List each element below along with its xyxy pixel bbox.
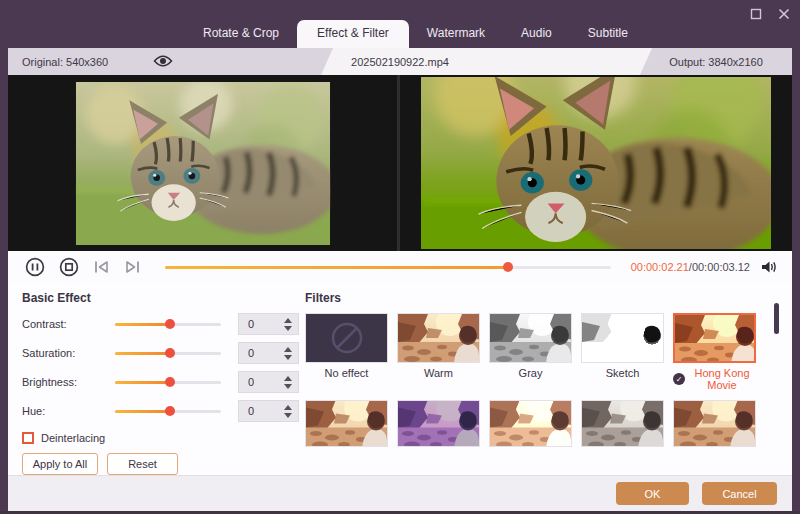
saturation-value: 0 <box>248 347 254 359</box>
stop-icon[interactable] <box>59 257 79 277</box>
contrast-increment-icon[interactable] <box>284 318 292 323</box>
seek-handle[interactable] <box>503 262 513 272</box>
eye-icon[interactable] <box>153 54 173 72</box>
tab-bar: Rotate & Crop Effect & Filter Watermark … <box>185 21 646 48</box>
seek-bar[interactable] <box>165 262 611 272</box>
basic-effect-panel: Basic Effect Contrast: 0 Saturation: 0 B… <box>8 282 300 475</box>
hue-value: 0 <box>248 405 254 417</box>
hue-row: Hue: 0 <box>22 400 300 422</box>
tab-audio[interactable]: Audio <box>503 20 570 48</box>
player-controls: 00:00:02.21/00:00:03.12 <box>8 251 792 282</box>
filter-sketch[interactable]: Sketch <box>581 313 664 391</box>
brightness-slider[interactable] <box>115 377 221 387</box>
contrast-label: Contrast: <box>22 318 115 330</box>
filter-label: Gray <box>489 367 572 379</box>
filter-label: Warm <box>397 367 480 379</box>
filters-scrollbar[interactable] <box>774 303 779 334</box>
brightness-label: Brightness: <box>22 376 115 388</box>
current-time: 00:00:02.21 <box>631 261 689 273</box>
filter-tile-warm-variant[interactable] <box>305 400 388 447</box>
filter-gray[interactable]: Gray <box>489 313 572 391</box>
contrast-row: Contrast: 0 <box>22 313 300 335</box>
contrast-spinner[interactable]: 0 <box>238 313 299 335</box>
footer-bar: OK Cancel <box>8 476 792 511</box>
app-window: Rotate & Crop Effect & Filter Watermark … <box>0 0 800 514</box>
saturation-slider[interactable] <box>115 348 221 358</box>
filter-label-selected: ✓ Hong Kong Movie <box>673 367 756 391</box>
apply-to-all-button[interactable]: Apply to All <box>22 453 98 475</box>
cancel-button[interactable]: Cancel <box>702 482 777 505</box>
saturation-label: Saturation: <box>22 347 115 359</box>
check-badge-icon: ✓ <box>673 373 685 385</box>
deinterlacing-checkbox[interactable] <box>22 432 34 444</box>
hue-increment-icon[interactable] <box>284 405 292 410</box>
deinterlacing-label: Deinterlacing <box>41 432 105 444</box>
original-resolution-label: Original: 540x360 <box>22 56 108 68</box>
output-video-frame <box>421 77 771 249</box>
filter-label: Sketch <box>581 367 664 379</box>
seek-fill <box>165 266 508 269</box>
info-bar: Original: 540x360 202502190922.mp4 Outpu… <box>8 48 792 75</box>
basic-effect-title: Basic Effect <box>22 291 300 305</box>
video-preview-area <box>8 75 792 251</box>
saturation-decrement-icon[interactable] <box>284 355 292 360</box>
filter-label: Hong Kong Movie <box>688 367 756 391</box>
ok-button[interactable]: OK <box>616 482 689 505</box>
filter-warm[interactable]: Warm <box>397 313 480 391</box>
tab-subtitle[interactable]: Subtitle <box>570 20 646 48</box>
contrast-slider[interactable] <box>115 319 221 329</box>
brightness-increment-icon[interactable] <box>284 376 292 381</box>
original-video-frame <box>75 82 331 245</box>
maximize-icon[interactable] <box>748 6 764 22</box>
saturation-row: Saturation: 0 <box>22 342 300 364</box>
filter-tile-faded-gray-variant[interactable] <box>581 400 664 447</box>
filter-tile-warm-variant-2[interactable] <box>673 400 756 447</box>
pause-icon[interactable] <box>25 257 45 277</box>
main-content: Basic Effect Contrast: 0 Saturation: 0 B… <box>8 282 792 476</box>
previous-frame-icon[interactable] <box>93 259 110 275</box>
reset-button[interactable]: Reset <box>107 453 178 475</box>
hue-label: Hue: <box>22 405 115 417</box>
tab-effect-filter[interactable]: Effect & Filter <box>297 20 409 48</box>
contrast-value: 0 <box>248 318 254 330</box>
total-time: 00:00:03.12 <box>692 261 750 273</box>
brightness-value: 0 <box>248 376 254 388</box>
filter-tile-light-variant[interactable] <box>489 400 572 447</box>
filters-panel: Filters No effect Warm Gray <box>300 282 796 475</box>
brightness-spinner[interactable]: 0 <box>238 371 299 393</box>
brightness-decrement-icon[interactable] <box>284 384 292 389</box>
output-resolution-label: Output: 3840x2160 <box>669 56 763 68</box>
hue-slider[interactable] <box>115 406 221 416</box>
filters-row-2 <box>305 400 756 447</box>
time-display: 00:00:02.21/00:00:03.12 <box>631 261 750 273</box>
filter-no-effect[interactable]: No effect <box>305 313 388 391</box>
output-resolution-segment: Output: 3840x2160 <box>640 48 792 75</box>
filter-label: No effect <box>305 367 388 379</box>
filters-row-1: No effect Warm Gray Sketch ✓ <box>305 313 756 391</box>
brightness-row: Brightness: 0 <box>22 371 300 393</box>
tab-watermark[interactable]: Watermark <box>409 20 503 48</box>
contrast-decrement-icon[interactable] <box>284 326 292 331</box>
filters-title: Filters <box>305 291 756 305</box>
hue-decrement-icon[interactable] <box>284 413 292 418</box>
close-icon[interactable] <box>776 6 792 22</box>
original-preview <box>8 75 397 251</box>
tab-rotate-crop[interactable]: Rotate & Crop <box>185 20 297 48</box>
no-effect-icon <box>305 313 388 363</box>
saturation-spinner[interactable]: 0 <box>238 342 299 364</box>
next-frame-icon[interactable] <box>124 259 141 275</box>
volume-icon[interactable] <box>760 259 778 275</box>
output-preview <box>400 75 792 251</box>
hue-spinner[interactable]: 0 <box>238 400 299 422</box>
deinterlacing-option[interactable]: Deinterlacing <box>22 432 300 444</box>
saturation-increment-icon[interactable] <box>284 347 292 352</box>
title-bar: Rotate & Crop Effect & Filter Watermark … <box>0 0 800 48</box>
filter-tile-purple-variant[interactable] <box>397 400 480 447</box>
filter-hong-kong-movie[interactable]: ✓ Hong Kong Movie <box>673 313 756 391</box>
